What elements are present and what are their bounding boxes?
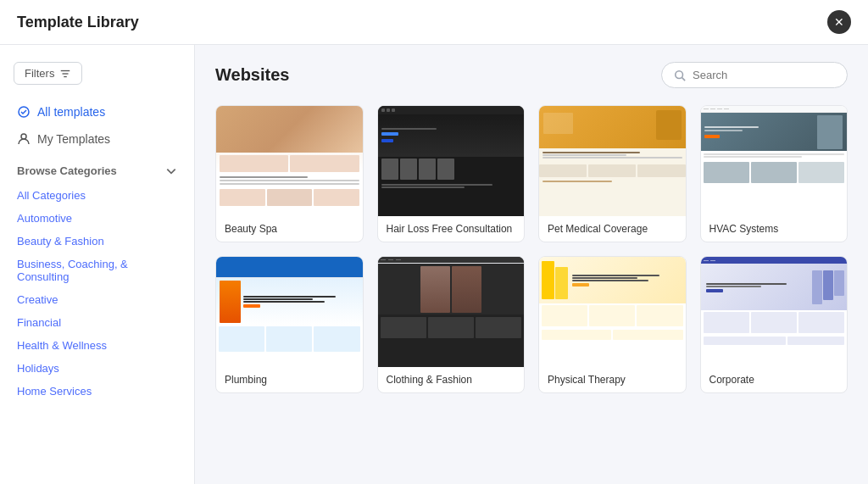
template-label-physio: Physical Therapy: [539, 367, 686, 392]
templates-grid: Beauty Spa: [215, 105, 848, 393]
template-label-hair-loss: Hair Loss Free Consultation: [378, 216, 525, 242]
user-icon: [17, 132, 31, 146]
filter-icon: [59, 68, 71, 80]
template-plumbing[interactable]: Plumbing: [215, 256, 364, 393]
category-holidays[interactable]: Holidays: [14, 357, 181, 380]
template-thumb-clothing: [378, 257, 525, 367]
all-templates-label: All templates: [37, 105, 105, 119]
filters-button[interactable]: Filters: [14, 62, 82, 85]
template-clothing[interactable]: Clothing & Fashion: [377, 256, 526, 393]
category-financial[interactable]: Financial: [14, 311, 181, 334]
categories-list: All Categories Automotive Beauty & Fashi…: [14, 184, 181, 403]
template-label-corporate: Corporate: [701, 367, 848, 392]
category-health-wellness[interactable]: Health & Wellness: [14, 334, 181, 357]
nav-my-templates[interactable]: My Templates: [14, 125, 181, 153]
category-business-coaching[interactable]: Business, Coaching, & Consulting: [14, 253, 181, 288]
svg-point-4: [21, 134, 26, 139]
svg-point-5: [676, 70, 683, 78]
template-corporate[interactable]: Corporate: [700, 256, 849, 393]
template-thumb-physio: [539, 257, 686, 367]
category-beauty-fashion[interactable]: Beauty & Fashion: [14, 230, 181, 253]
close-button[interactable]: ✕: [827, 10, 851, 34]
app-header: Template Library ✕: [0, 0, 868, 45]
search-box[interactable]: [661, 62, 848, 88]
main-layout: Filters All templates My Templates Brows…: [0, 45, 868, 484]
category-automotive[interactable]: Automotive: [14, 207, 181, 230]
template-thumb-hvac: [701, 106, 848, 216]
browse-categories-header[interactable]: Browse Categories: [14, 153, 181, 184]
sidebar: Filters All templates My Templates Brows…: [0, 45, 195, 484]
app-title: Template Library: [17, 14, 139, 31]
category-creative[interactable]: Creative: [14, 288, 181, 311]
nav-all-templates[interactable]: All templates: [14, 98, 181, 125]
template-label-clothing: Clothing & Fashion: [378, 367, 525, 392]
template-physio[interactable]: Physical Therapy: [538, 256, 687, 393]
template-hair-loss[interactable]: Hair Loss Free Consultation: [377, 105, 526, 242]
template-thumb-corporate: [701, 257, 848, 367]
main-header: Websites: [215, 62, 848, 88]
template-label-beauty-spa: Beauty Spa: [216, 216, 363, 242]
chevron-down-icon: [165, 165, 177, 177]
template-thumb-hair-loss: [378, 106, 525, 216]
main-title: Websites: [215, 65, 661, 85]
search-input[interactable]: [693, 69, 835, 81]
circle-check-icon: [17, 105, 31, 119]
template-thumb-beauty-spa: [216, 106, 363, 216]
category-home-services[interactable]: Home Services: [14, 380, 181, 403]
template-thumb-plumbing: [216, 257, 363, 367]
filters-label: Filters: [25, 67, 54, 80]
template-pet-medical[interactable]: Pet Medical Coverage: [538, 105, 687, 242]
main-content: Websites: [195, 45, 868, 484]
template-label-plumbing: Plumbing: [216, 367, 363, 392]
my-templates-label: My Templates: [37, 132, 110, 146]
search-icon: [674, 70, 686, 81]
template-thumb-pet-medical: [539, 106, 686, 216]
template-label-pet-medical: Pet Medical Coverage: [539, 216, 686, 242]
template-label-hvac: HVAC Systems: [701, 216, 848, 242]
browse-categories-label: Browse Categories: [17, 164, 117, 177]
svg-line-6: [682, 77, 686, 81]
template-beauty-spa[interactable]: Beauty Spa: [215, 105, 364, 242]
template-hvac[interactable]: HVAC Systems: [700, 105, 849, 242]
category-all[interactable]: All Categories: [14, 184, 181, 207]
